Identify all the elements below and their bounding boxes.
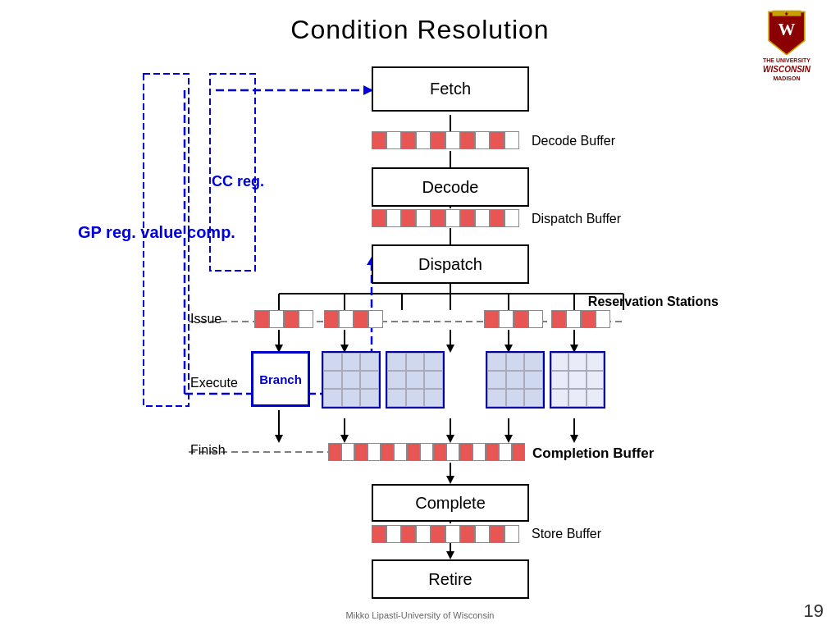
buffer-cell — [504, 131, 519, 149]
svg-text:W: W — [778, 20, 796, 39]
comp-cell — [446, 443, 459, 461]
buffer-cell — [401, 209, 416, 227]
completion-buffer — [328, 443, 525, 461]
rs-group-3 — [484, 310, 543, 328]
comp-cell — [341, 443, 354, 461]
svg-marker-31 — [446, 435, 454, 443]
rs-cell — [354, 310, 368, 328]
rs-cell — [324, 310, 339, 328]
comp-cell — [381, 443, 394, 461]
buffer-cell — [401, 131, 416, 149]
comp-cell — [407, 443, 420, 461]
cc-reg-label: CC reg. — [212, 172, 264, 191]
issue-label: Issue — [190, 312, 221, 326]
footer-text: Mikko Lipasti-University of Wisconsin — [346, 610, 495, 620]
store-cell — [490, 525, 504, 543]
dispatch-buffer — [372, 209, 519, 227]
exec-row — [387, 389, 443, 407]
shield-icon: W ⚜ — [762, 8, 811, 55]
buffer-cell — [460, 131, 475, 149]
page-number: 19 — [804, 600, 824, 622]
fetch-label: Fetch — [430, 80, 471, 98]
buffer-cell — [504, 209, 519, 227]
dispatch-buffer-label: Dispatch Buffer — [532, 212, 621, 226]
buffer-cell — [490, 131, 504, 149]
buffer-cell — [490, 209, 504, 227]
svg-marker-35 — [570, 435, 578, 443]
university-logo: W ⚜ THE UNIVERSITY WISCONSIN MADISON — [750, 8, 824, 82]
retire-box: Retire — [372, 559, 529, 599]
buffer-cell — [460, 209, 475, 227]
execute-box-3 — [486, 351, 545, 409]
buffer-cell — [372, 209, 386, 227]
logo-text: THE UNIVERSITY WISCONSIN MADISON — [763, 57, 810, 82]
rs-group-4 — [551, 310, 610, 328]
comp-cell — [459, 443, 472, 461]
branch-label: Branch — [259, 372, 302, 386]
decode-buffer-label: Decode Buffer — [532, 134, 615, 148]
decode-buffer — [372, 131, 519, 149]
buffer-cell — [431, 209, 445, 227]
buffer-cell — [445, 209, 460, 227]
exec-row — [387, 353, 443, 371]
exec-row — [551, 353, 604, 371]
retire-label: Retire — [428, 570, 472, 589]
buffer-cell — [416, 209, 431, 227]
exec-row — [487, 389, 543, 407]
complete-box: Complete — [372, 484, 529, 522]
comp-cell — [368, 443, 381, 461]
rs-group-1 — [254, 310, 313, 328]
buffer-cell — [445, 131, 460, 149]
exec-row — [387, 371, 443, 389]
store-cell — [460, 525, 475, 543]
rs-cell — [581, 310, 596, 328]
svg-marker-27 — [275, 435, 283, 443]
gp-reg-label: GP reg. value comp. — [78, 221, 235, 243]
exec-row — [323, 389, 379, 407]
buffer-cell — [475, 209, 490, 227]
execute-box-1 — [322, 351, 381, 409]
buffer-cell — [386, 209, 401, 227]
rs-cell — [499, 310, 514, 328]
comp-cell — [433, 443, 446, 461]
store-cell — [372, 525, 386, 543]
comp-cell — [420, 443, 433, 461]
execute-label: Execute — [190, 376, 238, 390]
branch-box: Branch — [251, 351, 310, 407]
svg-marker-33 — [504, 435, 513, 443]
rs-cell — [551, 310, 566, 328]
buffer-cell — [416, 131, 431, 149]
execute-box-4 — [550, 351, 605, 409]
store-cell — [386, 525, 401, 543]
complete-label: Complete — [415, 494, 486, 513]
svg-marker-21 — [446, 345, 454, 353]
dispatch-label: Dispatch — [418, 255, 482, 274]
buffer-cell — [386, 131, 401, 149]
rs-cell — [596, 310, 610, 328]
svg-marker-37 — [446, 476, 454, 484]
rs-cell — [254, 310, 269, 328]
store-cell — [445, 525, 460, 543]
buffer-cell — [431, 131, 445, 149]
rs-cell — [368, 310, 383, 328]
fetch-box: Fetch — [372, 66, 529, 112]
rs-cell — [269, 310, 284, 328]
exec-row — [323, 353, 379, 371]
completion-buffer-label: Completion Buffer — [532, 445, 654, 462]
comp-cell — [486, 443, 499, 461]
comp-cell — [394, 443, 407, 461]
rs-cell — [484, 310, 499, 328]
svg-text:⚜: ⚜ — [785, 11, 789, 16]
rs-cell — [284, 310, 299, 328]
store-cell — [431, 525, 445, 543]
store-buffer — [372, 525, 519, 543]
dispatch-box: Dispatch — [372, 244, 529, 284]
exec-row — [487, 353, 543, 371]
store-cell — [504, 525, 519, 543]
rs-group-2 — [324, 310, 383, 328]
rs-cell — [528, 310, 543, 328]
rs-cell — [339, 310, 354, 328]
exec-row — [487, 371, 543, 389]
comp-cell — [512, 443, 525, 461]
exec-row — [323, 371, 379, 389]
